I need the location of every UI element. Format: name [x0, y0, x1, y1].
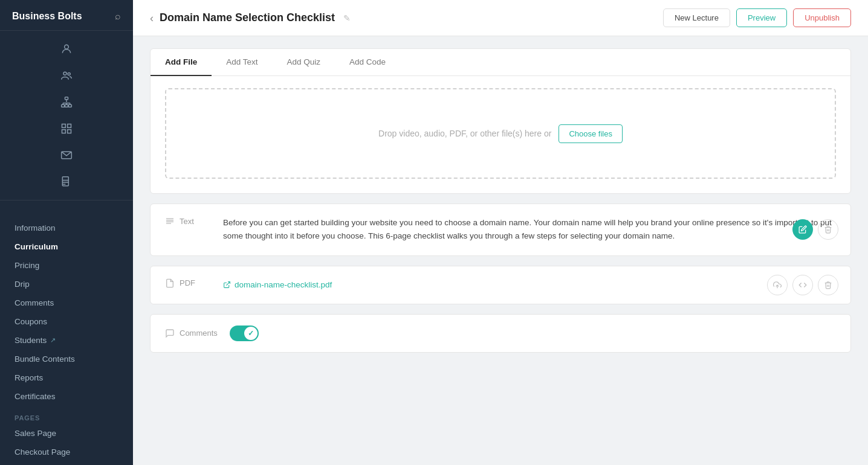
upload-pdf-button[interactable] — [767, 275, 788, 295]
text-rows-icon — [165, 216, 175, 226]
tabs-bar: Add File Add Text Add Quiz Add Code — [151, 49, 850, 76]
svg-rect-12 — [62, 124, 66, 128]
toggle-check-icon: ✓ — [248, 329, 254, 338]
sidebar-label-students: Students — [15, 336, 47, 345]
edit-title-icon[interactable]: ✎ — [343, 13, 351, 23]
comments-label: Comments — [180, 329, 218, 338]
sidebar-nav: Information Curriculum Pricing Drip Comm… — [0, 213, 133, 465]
topbar-left: ‹ Domain Name Selection Checklist ✎ — [150, 11, 351, 24]
svg-point-1 — [63, 72, 66, 75]
new-lecture-button[interactable]: New Lecture — [663, 8, 730, 27]
sidebar-label-certificates: Certificates — [15, 392, 56, 401]
text-content-row: Text Before you can get started building… — [150, 204, 851, 256]
svg-rect-3 — [65, 97, 68, 100]
group-icon[interactable] — [56, 65, 77, 86]
choose-files-button[interactable]: Choose files — [559, 124, 623, 143]
sidebar-label-information: Information — [15, 223, 56, 232]
user-icon[interactable] — [56, 38, 77, 60]
code-icon — [798, 281, 807, 289]
comments-toggle[interactable]: ✓ — [230, 326, 259, 341]
sidebar-item-comments[interactable]: Comments — [0, 293, 133, 312]
external-link-icon — [223, 281, 231, 289]
sidebar-label-checkout-page: Checkout Page — [15, 447, 70, 457]
svg-rect-5 — [65, 104, 68, 107]
org-chart-icon[interactable] — [56, 91, 77, 113]
toggle-switch[interactable]: ✓ — [230, 326, 259, 341]
svg-rect-4 — [62, 104, 65, 107]
pdf-content-row: PDF domain-name-checklist.pdf — [150, 266, 851, 304]
svg-rect-15 — [68, 130, 71, 133]
text-row-label: Text — [165, 216, 213, 226]
sidebar-item-students[interactable]: Students ↗ — [0, 331, 133, 350]
sidebar-label-drip: Drip — [15, 280, 30, 289]
sidebar-item-sales-page[interactable]: Sales Page — [0, 424, 133, 443]
sidebar-item-information[interactable]: Information — [0, 219, 133, 237]
pdf-row-label: PDF — [165, 278, 213, 288]
comments-icon — [165, 329, 175, 338]
pages-section-label: PAGES — [0, 406, 133, 424]
sidebar-label-comments: Comments — [15, 298, 54, 307]
tab-add-code[interactable]: Add Code — [335, 49, 400, 76]
delete-pdf-button[interactable] — [818, 275, 838, 295]
sidebar-item-certificates[interactable]: Certificates — [0, 387, 133, 406]
sidebar-item-reports[interactable]: Reports — [0, 368, 133, 387]
tab-add-file[interactable]: Add File — [151, 49, 212, 76]
mail-icon[interactable] — [56, 144, 77, 166]
sidebar-item-curriculum[interactable]: Curriculum — [0, 237, 133, 256]
content-area: Add File Add Text Add Quiz Add Code Drop… — [133, 36, 868, 365]
sidebar-icon-strip — [0, 31, 133, 200]
unpublish-button[interactable]: Unpublish — [793, 8, 851, 27]
add-file-card: Add File Add Text Add Quiz Add Code Drop… — [150, 48, 851, 194]
sidebar-item-coupons[interactable]: Coupons — [0, 312, 133, 331]
search-icon[interactable]: ⌕ — [115, 11, 121, 22]
topbar-actions: New Lecture Preview Unpublish — [663, 8, 851, 27]
delete-text-button[interactable] — [818, 219, 838, 240]
pdf-filename-link[interactable]: domain-name-checklist.pdf — [223, 278, 836, 292]
text-label: Text — [180, 217, 194, 226]
file-dropzone[interactable]: Drop video, audio, PDF, or other file(s)… — [165, 88, 836, 179]
document-icon[interactable] — [56, 171, 77, 193]
pdf-file-link: domain-name-checklist.pdf — [223, 278, 836, 292]
external-link-icon: ↗ — [50, 336, 56, 344]
back-button[interactable]: ‹ — [150, 13, 154, 24]
topbar: ‹ Domain Name Selection Checklist ✎ New … — [133, 0, 868, 36]
grid-icon[interactable] — [56, 118, 77, 140]
text-content: Before you can get started building your… — [223, 216, 836, 243]
main-content: ‹ Domain Name Selection Checklist ✎ New … — [133, 0, 868, 465]
sidebar-item-pricing[interactable]: Pricing — [0, 256, 133, 275]
embed-pdf-button[interactable] — [792, 275, 813, 295]
sidebar-label-reports: Reports — [15, 373, 43, 382]
page-title: Domain Name Selection Checklist — [160, 11, 335, 24]
tab-add-text[interactable]: Add Text — [212, 49, 272, 76]
sidebar-header: Business Bolts ⌕ — [0, 0, 133, 31]
trash-pdf-icon — [824, 281, 832, 289]
dropzone-placeholder: Drop video, audio, PDF, or other file(s)… — [378, 129, 551, 138]
tab-add-quiz[interactable]: Add Quiz — [273, 49, 335, 76]
svg-point-2 — [68, 72, 70, 75]
sidebar-item-bundle-contents[interactable]: Bundle Contents — [0, 350, 133, 368]
svg-rect-6 — [68, 104, 71, 107]
sidebar-label-pricing: Pricing — [15, 261, 39, 270]
sidebar-label-curriculum: Curriculum — [15, 242, 58, 251]
preview-button[interactable]: Preview — [736, 8, 787, 27]
sidebar-label-bundle-contents: Bundle Contents — [15, 354, 75, 364]
upload-icon — [773, 281, 782, 289]
svg-rect-13 — [68, 124, 71, 128]
sidebar-item-thank-you-page[interactable]: Thank You Page — [0, 461, 133, 465]
sidebar-label-sales-page: Sales Page — [15, 429, 56, 438]
svg-point-0 — [65, 45, 69, 49]
pencil-icon — [798, 225, 807, 234]
edit-text-button[interactable] — [792, 219, 813, 240]
toggle-knob: ✓ — [244, 327, 257, 340]
pdf-row-actions — [767, 275, 838, 295]
trash-icon — [824, 225, 832, 234]
sidebar-item-checkout-page[interactable]: Checkout Page — [0, 443, 133, 461]
text-row-actions — [792, 219, 838, 240]
sidebar: Business Bolts ⌕ Domain Name Checklist — [0, 0, 133, 465]
app-name: Business Bolts — [12, 11, 82, 22]
dropzone-wrapper: Drop video, audio, PDF, or other file(s)… — [151, 76, 850, 193]
comments-row: Comments ✓ — [150, 314, 851, 353]
pdf-label: PDF — [180, 278, 195, 287]
pdf-filename: domain-name-checklist.pdf — [235, 278, 332, 292]
sidebar-item-drip[interactable]: Drip — [0, 275, 133, 293]
